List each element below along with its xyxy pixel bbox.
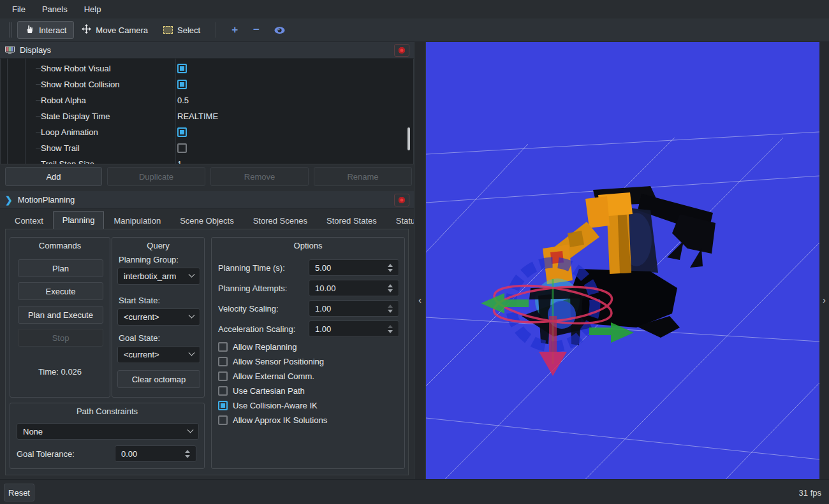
allow-sensor-positioning-row[interactable]: Allow Sensor Positioning [218,357,324,366]
viewport-3d[interactable] [426,42,819,479]
planning-attempts-spinbox[interactable]: 10.00 [309,280,399,296]
trail-step-size-value[interactable]: 1 [177,159,182,164]
goal-state-label: Goal State: [119,333,160,343]
tab-context[interactable]: Context [5,212,53,229]
reset-button[interactable]: Reset [4,484,34,501]
displays-panel-title: Displays [20,45,51,55]
tab-planning[interactable]: Planning [53,211,105,229]
tab-stored-scenes[interactable]: Stored Scenes [244,212,317,229]
acceleration-scaling-spinbox[interactable]: 1.00 [309,320,399,337]
menu-help[interactable]: Help [76,0,110,18]
tree-branch-tick [36,132,41,133]
query-title: Query [112,241,204,250]
close-red-icon [399,197,405,203]
execute-button[interactable]: Execute [18,282,103,300]
tab-stored-states[interactable]: Stored States [317,212,386,229]
toolbar: Interact Move Camera Select + − [0,18,829,42]
tree-row-show-robot-visual[interactable]: Show Robot Visual [1,61,413,76]
motionplanning-panel-title: MotionPlanning [18,195,75,205]
use-collision-aware-ik-row[interactable]: Use Collision-Aware IK [218,401,318,410]
chevron-down-icon [187,426,194,433]
planning-group-label: Planning Group: [119,255,179,264]
tree-row-loop-animation[interactable]: Loop Animation [1,124,413,140]
zoom-out-button[interactable]: − [246,24,267,36]
show-trail-checkbox[interactable] [177,143,187,153]
plan-and-execute-button[interactable]: Plan and Execute [18,306,103,324]
state-display-time-value[interactable]: REALTIME [177,112,218,121]
left-splitter[interactable]: ‹ [414,42,426,479]
tree-row-show-trail[interactable]: Show Trail [1,140,413,156]
add-display-button[interactable]: Add [5,167,102,186]
move-camera-icon [82,24,91,36]
robot-alpha-value[interactable]: 0.5 [177,96,189,105]
acceleration-scaling-label: Acceleration Scaling: [218,324,295,334]
menu-panels[interactable]: Panels [34,0,76,18]
render-scene [426,42,819,479]
select-tool-label: Select [177,25,200,35]
visibility-eye-button[interactable] [267,26,292,34]
collapse-left-chevron-icon[interactable]: ‹ [414,294,425,305]
right-splitter[interactable]: › [819,42,829,479]
planning-time-spinbox[interactable]: 5.00 [309,259,399,276]
checkbox-label: Use Collision-Aware IK [233,401,318,410]
path-constraints-dropdown[interactable]: None [17,423,199,440]
allow-replanning-checkbox[interactable] [218,342,228,352]
tree-branch-tick [36,68,41,69]
stop-button[interactable]: Stop [18,329,103,347]
move-camera-label: Move Camera [96,25,148,35]
displays-property-tree[interactable]: Show Robot Visual Show Robot Collision R… [0,59,414,164]
interact-tool-button[interactable]: Interact [17,21,74,39]
rename-display-button[interactable]: Rename [314,167,412,186]
show-robot-visual-checkbox[interactable] [177,64,187,73]
clear-octomap-button[interactable]: Clear octomap [117,370,200,388]
use-collision-aware-ik-checkbox[interactable] [218,401,228,410]
select-tool-button[interactable]: Select [156,22,208,38]
displays-panel-titlebar[interactable]: Displays [0,42,414,59]
move-camera-tool-button[interactable]: Move Camera [74,21,156,39]
remove-display-button[interactable]: Remove [210,167,309,186]
planning-attempts-label: Planning Attempts: [218,284,287,293]
options-groupbox: Options Planning Time (s): 5.00 Planning… [211,237,405,469]
tree-branch-tick [36,100,41,101]
chevron-down-icon [189,350,195,356]
displays-panel-close-button[interactable] [394,44,409,57]
planning-group-dropdown[interactable]: interbotix_arm [117,268,200,285]
tab-manipulation[interactable]: Manipulation [104,212,170,229]
allow-sensor-positioning-checkbox[interactable] [218,357,228,366]
collapse-right-chevron-icon[interactable]: › [819,294,829,305]
path-constraints-title: Path Constraints [10,407,204,416]
planning-time-label: Planning Time (s): [218,263,285,273]
fps-counter: 31 fps [799,488,821,498]
motionplanning-panel-close-button[interactable] [394,194,409,206]
chevron-down-icon [189,312,195,319]
loop-animation-checkbox[interactable] [177,127,187,137]
menu-file[interactable]: File [4,0,34,18]
velocity-scaling-spinbox[interactable]: 1.00 [309,300,399,317]
use-cartesian-path-row[interactable]: Use Cartesian Path [218,386,305,396]
checkbox-label: Allow Sensor Positioning [233,357,324,366]
plan-button[interactable]: Plan [18,259,103,277]
path-constraints-groupbox: Path Constraints None Goal Tolerance: 0.… [10,403,205,469]
tree-row-state-display-time[interactable]: State Display Time REALTIME [1,108,413,124]
tree-row-show-robot-collision[interactable]: Show Robot Collision [1,76,413,92]
goal-state-dropdown[interactable]: <current> [117,346,200,363]
allow-external-comm-row[interactable]: Allow External Comm. [218,371,314,381]
allow-replanning-row[interactable]: Allow Replanning [218,342,297,352]
toolbar-drag-handle[interactable] [9,22,12,38]
zoom-in-button[interactable]: + [224,24,246,36]
select-marquee-icon [163,26,173,34]
duplicate-display-button[interactable]: Duplicate [107,167,205,186]
allow-approx-ik-row[interactable]: Allow Approx IK Solutions [218,415,327,425]
tree-scrollbar-thumb[interactable] [407,127,410,150]
tree-row-trail-step-size-partial[interactable]: Trail Step Size 1 [1,156,413,164]
motionplanning-panel-titlebar[interactable]: ❯ MotionPlanning [0,191,414,209]
tree-row-robot-alpha[interactable]: Robot Alpha 0.5 [1,92,413,108]
show-robot-collision-checkbox[interactable] [177,80,187,89]
allow-external-comm-checkbox[interactable] [218,371,228,381]
tab-scene-objects[interactable]: Scene Objects [170,212,244,229]
goal-tolerance-spinbox[interactable]: 0.00 [115,445,196,462]
start-state-dropdown[interactable]: <current> [117,308,200,326]
velocity-scaling-label: Velocity Scaling: [218,304,279,313]
use-cartesian-path-checkbox[interactable] [218,386,228,396]
allow-approx-ik-checkbox[interactable] [218,415,228,425]
